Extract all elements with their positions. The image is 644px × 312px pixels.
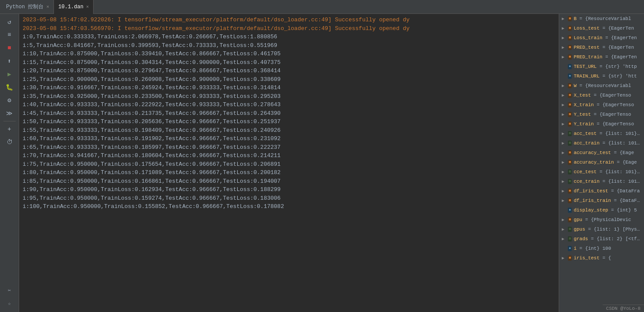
console-line-13: i:55,TrainAcc:0.933333,TrainLoss:0.19840… [19,126,559,135]
more-button[interactable]: ≫ [3,107,17,119]
right-panel-item-cce-test[interactable]: ▶≡cce_test = {list: 101} [ [559,167,644,177]
var-type-icon-8: ■ [568,93,572,98]
expand-arrow-19[interactable]: ▶ [562,198,566,203]
var-type-icon-9: ■ [568,102,572,107]
right-panel-item-display-step[interactable]: ●display_step = {int} 5 [559,205,644,215]
var-type-icon-25: ■ [568,255,572,261]
right-panel-item-iris-test[interactable]: ▶■iris_test = { [559,253,644,263]
rerun-button[interactable]: ↺ [3,16,17,28]
var-label-13: acc_train = {list: 101} [ [574,141,641,146]
var-type-icon-17: ≡ [568,179,572,184]
expand-arrow-3[interactable]: ▶ [562,45,566,50]
right-panel-item-cce-train[interactable]: ▶≡cce_train = {list: 101} [ [559,177,644,186]
expand-arrow-2[interactable]: ▶ [562,35,566,40]
var-label-1: Loss_test = {EagerTen [574,26,634,31]
right-panel-item-acc-test[interactable]: ▶≡acc_test = {list: 101} [ [559,129,644,138]
expand-arrow-7[interactable]: ▶ [562,83,566,88]
run-button[interactable]: ▶ [3,68,17,80]
var-label-25: iris_test = { [574,255,611,261]
var-type-icon-23: ≡ [568,236,572,242]
up-button[interactable]: ⬆ [3,55,17,67]
var-label-18: df_iris_test = {DataFra [574,188,640,194]
right-panel-item-grads[interactable]: ▶≡grads = {list: 2} [<tf.Te [559,234,644,244]
var-label-20: display_step = {int} 5 [574,208,637,213]
expand-arrow-18[interactable]: ▶ [562,188,566,194]
expand-arrow-1[interactable]: ▶ [562,26,566,31]
expand-arrow-21[interactable]: ▶ [562,217,566,222]
var-label-19: df_iris_train = {DataFra [574,198,641,203]
debug-button[interactable]: 🐛 [3,81,17,93]
var-label-10: Y_test = {EagerTenso [574,112,631,117]
settings-button[interactable]: ≡ [3,29,17,41]
expand-arrow-8[interactable]: ▶ [562,93,566,98]
right-panel-item-df-iris-train[interactable]: ▶■df_iris_train = {DataFra [559,196,644,205]
config-button[interactable]: ⚙ [3,94,17,106]
right-panel-item-x-test[interactable]: ▶■X_test = {EagerTenso [559,91,644,100]
var-label-2: Loss_train = {EagerTen [574,35,637,40]
right-panel: ▶■B = {ResourceVariabl▶■Loss_test = {Eag… [559,14,644,312]
var-type-icon-3: ■ [568,45,572,50]
right-panel-item-gpu[interactable]: ▶■gpu = {PhysicalDevic [559,215,644,225]
var-type-icon-21: ■ [568,217,572,222]
expand-arrow-23[interactable]: ▶ [562,236,566,242]
expand-arrow-22[interactable]: ▶ [562,227,566,232]
right-panel-item-accuracy-test[interactable]: ▶■accuracy_test = {Eage [559,148,644,158]
var-label-22: gpus = {list: 1} [Physic [574,227,641,232]
expand-arrow-4[interactable]: ▶ [562,54,566,60]
right-panel-item-loss-train[interactable]: ▶■Loss_train = {EagerTen [559,33,644,43]
right-panel-item-pred-train[interactable]: ▶■PRED_train = {EagerTen [559,52,644,62]
left-toolbar: ↺ ≡ ■ ⬆ ▶ 🐛 ⚙ ≫ + ⏱ ✂ ☆ [0,14,19,312]
console-line-7: i:25,TrainAcc:0.900000,TrainLoss:0.26090… [19,75,559,84]
var-type-icon-1: ■ [568,26,572,31]
console-output: 2023-05-08 15:47:02.922026: I tensorflow… [19,14,559,312]
right-panel-item-y-train[interactable]: ▶■Y_train = {EagerTenso [559,119,644,129]
var-label-15: accuracy_train = {Eage [574,160,637,165]
bottom-btn-2[interactable]: ☆ [3,297,17,309]
tab-close-dan[interactable]: × [86,4,89,10]
right-panel-item-b[interactable]: ▶■B = {ResourceVariabl [559,14,644,23]
tab-10-1-dan[interactable]: 10.1.dan × [54,0,94,14]
tab-close-python[interactable]: × [46,4,49,10]
expand-arrow-25[interactable]: ▶ [562,255,566,261]
console-line-18: i:80,TrainAcc:0.950000,TrainLoss:0.17108… [19,168,559,177]
right-panel-item-pred-test[interactable]: ▶■PRED_test = {EagerTen [559,43,644,52]
expand-arrow-0[interactable]: ▶ [562,16,566,21]
timer-button[interactable]: ⏱ [3,136,17,148]
var-type-icon-2: ■ [568,35,572,40]
var-type-icon-20: ● [568,208,572,213]
right-panel-item-df-iris-test[interactable]: ▶■df_iris_test = {DataFra [559,186,644,196]
right-panel-item-train-url[interactable]: ●TRAIN_URL = {str} 'htt [559,71,644,81]
expand-arrow-9[interactable]: ▶ [562,102,566,107]
expand-arrow-16[interactable]: ▶ [562,169,566,174]
stop-button[interactable]: ■ [3,42,17,54]
expand-arrow-14[interactable]: ▶ [562,150,566,155]
expand-arrow-13[interactable]: ▶ [562,141,566,146]
right-panel-item-loss-test[interactable]: ▶■Loss_test = {EagerTen [559,23,644,33]
right-panel-item-gpus[interactable]: ▶≡gpus = {list: 1} [Physic [559,225,644,234]
var-label-11: Y_train = {EagerTenso [574,121,634,127]
console-line-20: i:90,TrainAcc:0.950000,TrainLoss:0.16293… [19,185,559,194]
add-button[interactable]: + [3,123,17,135]
var-label-16: cce_test = {list: 101} [ [574,169,641,174]
right-panel-item-test-url[interactable]: ●TEST_URL = {str} 'http [559,62,644,71]
console-line-3: i:5,TrainAcc:0.841667,TrainLoss:0.399593… [19,41,559,50]
right-panel-item-w[interactable]: ▶■W = {ResourceVariabl [559,81,644,91]
console-line-11: i:45,TrainAcc:0.933333,TrainLoss:0.21373… [19,109,559,118]
tab-python-console[interactable]: Python 控制台 × [2,0,54,14]
right-panel-item-i[interactable]: ●i = {int} 100 [559,244,644,253]
bottom-btn-1[interactable]: ✂ [3,284,17,296]
expand-arrow-11[interactable]: ▶ [562,121,566,127]
var-label-6: TRAIN_URL = {str} 'htt [574,74,637,79]
right-panel-item-acc-train[interactable]: ▶≡acc_train = {list: 101} [ [559,138,644,148]
console-line-8: i:30,TrainAcc:0.916667,TrainLoss:0.24592… [19,84,559,92]
right-panel-item-y-test[interactable]: ▶■Y_test = {EagerTenso [559,110,644,119]
var-type-icon-0: ■ [568,16,572,21]
console-line-15: i:65,TrainAcc:0.933333,TrainLoss:0.18599… [19,143,559,152]
var-type-icon-14: ■ [568,150,572,155]
expand-arrow-17[interactable]: ▶ [562,179,566,184]
expand-arrow-15[interactable]: ▶ [562,160,566,165]
expand-arrow-12[interactable]: ▶ [562,131,566,136]
expand-arrow-10[interactable]: ▶ [562,112,566,117]
right-panel-item-x-train[interactable]: ▶■X_train = {EagerTenso [559,100,644,110]
right-panel-item-accuracy-train[interactable]: ▶■accuracy_train = {Eage [559,158,644,167]
